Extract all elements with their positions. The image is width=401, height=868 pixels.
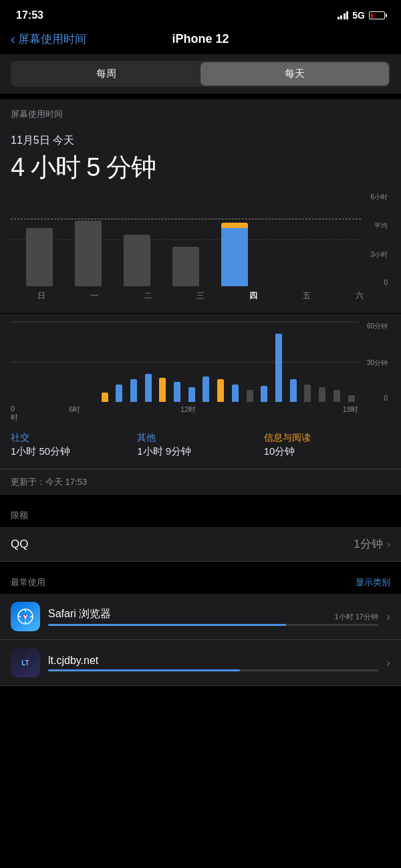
battery-icon xyxy=(369,11,385,19)
hourly-x-6: 6时 xyxy=(18,405,132,423)
hourly-bar-wrap xyxy=(84,322,98,402)
hourly-bar xyxy=(333,390,340,402)
hourly-bar xyxy=(348,395,355,402)
hourly-bar xyxy=(261,386,267,402)
hourly-bar-wrap xyxy=(11,322,25,402)
nav-title: iPhone 12 xyxy=(172,32,229,46)
section-label: 屏幕使用时间 xyxy=(0,99,401,123)
back-chevron-icon: ‹ xyxy=(11,31,15,47)
qq-value-wrap: 1分钟 › xyxy=(354,536,390,552)
hourly-x-labels: 0时 6时 12时 18时 xyxy=(11,405,390,423)
cat-other-time: 1小时 9分钟 xyxy=(137,445,263,458)
hourly-bar xyxy=(217,379,224,402)
cat-info-name: 信息与阅读 xyxy=(264,432,390,444)
cat-other-name: 其他 xyxy=(137,432,263,444)
y-label-3h: 3小时 xyxy=(370,250,388,259)
hourly-bar-wrap xyxy=(170,322,184,402)
status-time: 17:53 xyxy=(16,9,43,21)
hourly-bar-wrap xyxy=(257,322,271,402)
lt-bar-fill xyxy=(48,669,240,671)
weekly-bar xyxy=(124,235,150,286)
lt-row[interactable]: LT lt.cjdby.net › xyxy=(0,640,401,686)
nav-back-label: 屏幕使用时间 xyxy=(18,31,86,47)
safari-row[interactable]: Safari 浏览器 1小时 17分钟 › xyxy=(0,594,401,640)
category-other: 其他 1小时 9分钟 xyxy=(137,432,263,458)
y-label-6h: 6小时 xyxy=(370,193,388,202)
hourly-bar-wrap xyxy=(156,322,170,402)
qq-chevron-icon: › xyxy=(387,538,390,550)
status-right: 5G xyxy=(338,10,385,21)
qq-value: 1分钟 xyxy=(354,536,382,552)
lt-info: lt.cjdby.net xyxy=(48,655,378,671)
segment-daily[interactable]: 每天 xyxy=(200,62,389,86)
weekly-bar-wrap xyxy=(261,193,307,286)
weekly-chart: 6小时 平均 3小时 0 日一二三四五六 xyxy=(11,193,390,313)
segment-container: 每周 每天 xyxy=(0,54,401,94)
weekly-x-label: 日 xyxy=(16,290,66,302)
hourly-bar-wrap xyxy=(243,322,257,402)
category-social: 社交 1小时 50分钟 xyxy=(11,432,137,458)
hourly-bar xyxy=(174,382,180,402)
hourly-bar-wrap xyxy=(127,322,141,402)
hourly-bar-wrap xyxy=(141,322,155,402)
hourly-bar xyxy=(159,378,166,402)
hourly-bar xyxy=(290,379,297,402)
weekly-bar-wrap xyxy=(309,193,356,286)
safari-icon xyxy=(11,602,40,631)
cat-info-time: 10分钟 xyxy=(264,445,390,458)
weekly-bar-top xyxy=(221,223,248,228)
hourly-bar-wrap xyxy=(54,322,68,402)
hourly-bar-wrap xyxy=(98,322,112,402)
most-used-label: 最常使用 xyxy=(11,576,45,588)
category-legend: 社交 1小时 50分钟 其他 1小时 9分钟 信息与阅读 10分钟 xyxy=(0,423,401,469)
limit-header: 限额 xyxy=(0,500,401,527)
status-bar: 17:53 5G xyxy=(0,0,401,27)
hourly-bar-wrap xyxy=(214,322,228,402)
y-label-avg: 平均 xyxy=(374,221,388,231)
hourly-y-label-0: 0 xyxy=(384,395,388,402)
usage-date: 11月5日 今天 xyxy=(11,134,390,148)
segment-weekly[interactable]: 每周 xyxy=(12,62,200,86)
safari-chevron-icon: › xyxy=(386,610,390,624)
most-used-action[interactable]: 显示类别 xyxy=(356,576,390,588)
cat-social-time: 1小时 50分钟 xyxy=(11,445,137,458)
lt-bar xyxy=(48,669,378,671)
weekly-x-label: 二 xyxy=(122,290,172,302)
weekly-bar-today xyxy=(221,223,248,286)
weekly-bar-wrap xyxy=(16,193,62,286)
lt-app-icon: LT xyxy=(11,648,40,677)
hourly-bar-wrap xyxy=(286,322,300,402)
qq-label: QQ xyxy=(11,538,28,551)
weekly-bar-main xyxy=(221,228,248,286)
hourly-bar-wrap xyxy=(39,322,53,402)
weekly-bar-wrap xyxy=(212,193,258,286)
hourly-bar xyxy=(130,379,137,402)
safari-bar-fill xyxy=(48,624,286,626)
qq-limit-row[interactable]: QQ 1分钟 › xyxy=(0,527,401,562)
hourly-x-18: 18时 xyxy=(245,405,358,423)
hourly-bar xyxy=(188,387,195,402)
hourly-y-label-30: 30分钟 xyxy=(367,358,388,368)
usage-summary: 11月5日 今天 4 小时 5 分钟 6小时 平均 3小时 0 日一二三四五六 xyxy=(0,123,401,313)
safari-name: Safari 浏览器 xyxy=(48,607,378,621)
hourly-bar xyxy=(232,385,239,402)
hourly-bar xyxy=(275,334,282,402)
hourly-bar-wrap xyxy=(199,322,213,402)
network-label: 5G xyxy=(352,10,365,21)
lt-icon-text: LT xyxy=(21,659,29,667)
safari-info: Safari 浏览器 1小时 17分钟 xyxy=(48,607,378,626)
weekly-bar-wrap xyxy=(162,193,209,286)
nav-back-button[interactable]: ‹ 屏幕使用时间 xyxy=(11,31,86,47)
category-info: 信息与阅读 10分钟 xyxy=(264,432,390,458)
most-used-header: 最常使用 显示类别 xyxy=(0,567,401,594)
hourly-bar-wrap xyxy=(315,322,329,402)
hourly-bar-wrap xyxy=(344,322,358,402)
hourly-bar-wrap xyxy=(69,322,83,402)
hourly-bar-wrap xyxy=(229,322,243,402)
hourly-bar xyxy=(116,385,122,402)
update-time: 更新于：今天 17:53 xyxy=(0,469,401,495)
usage-total: 4 小时 5 分钟 xyxy=(11,150,390,185)
weekly-x-label: 四 xyxy=(229,290,279,302)
hourly-chart: 60分钟 30分钟 0 0时 6时 12时 18时 xyxy=(11,322,390,423)
hourly-bar xyxy=(145,374,152,402)
